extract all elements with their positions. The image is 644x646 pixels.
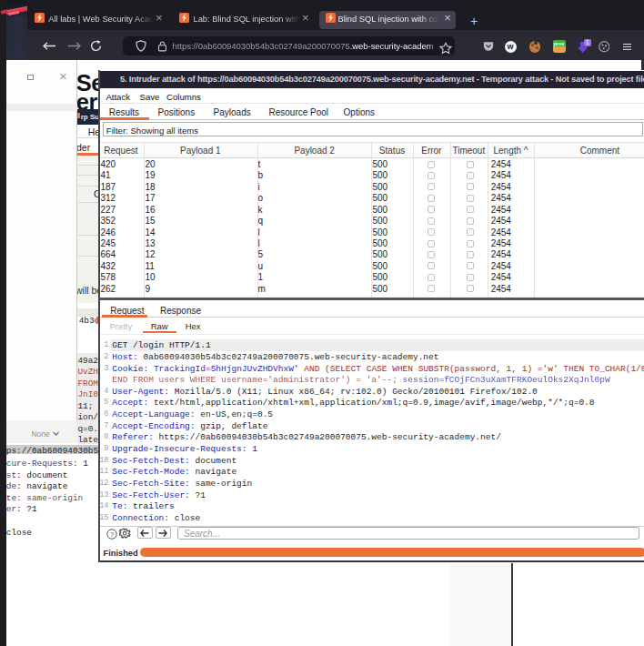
svg-text:?: ? (110, 530, 114, 538)
